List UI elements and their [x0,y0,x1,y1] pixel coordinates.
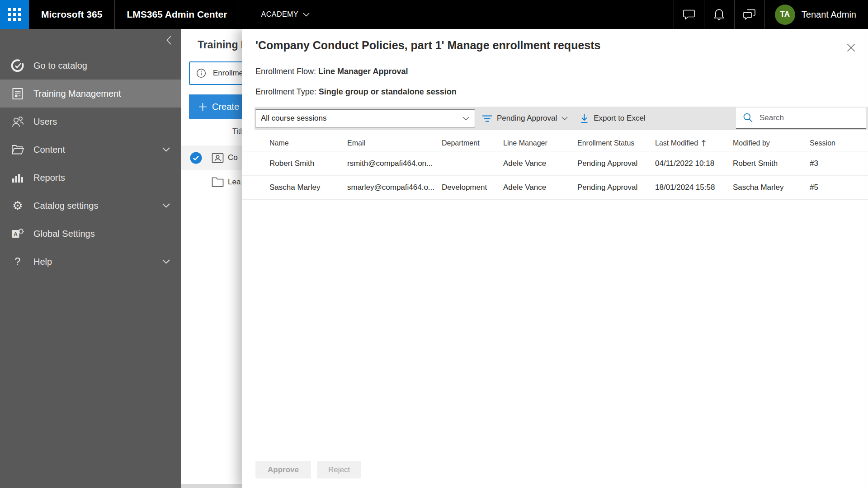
horizontal-scrollbar[interactable] [181,484,242,488]
tenant-name: ACADEMY [261,10,298,19]
enrollment-type-line: Enrollment Type: Single group or standal… [255,87,457,97]
panel-title: 'Company Conduct Policies, part 1' Manag… [255,39,600,52]
info-banner-text: Enrollme [213,69,243,78]
reject-button[interactable]: Reject [317,461,361,479]
column-header-last-modified[interactable]: Last Modified [655,139,733,147]
toolbar: All course sessions Pending Approval Exp… [255,107,868,130]
sidebar-item-users[interactable]: Users [0,108,181,136]
chevron-down-icon [162,259,170,264]
column-header-line-manager[interactable]: Line Manager [503,139,577,147]
enrollment-request-row[interactable]: Robert Smith rsmith@compafi464.on... Ade… [242,151,868,176]
column-header-name[interactable]: Name [269,139,347,147]
sidebar-item-reports[interactable]: Reports [0,164,181,192]
chevron-down-icon [561,117,568,121]
waffle-icon [8,8,21,21]
gear-icon: ⚙ [11,200,24,211]
chevron-down-icon [462,117,469,121]
notifications-button[interactable] [704,0,734,29]
row-title: Lea [228,178,241,187]
enrollment-flow-label: Enrollment Flow: [255,67,316,76]
sidebar-item-label: Users [33,117,57,127]
enrollment-request-row[interactable]: Sascha Marley smarley@compafi464.o... De… [242,175,868,200]
person-card-icon [212,153,224,163]
sidebar-item-go-to-catalog[interactable]: Go to catalog [0,52,181,80]
sidebar-item-help[interactable]: ? Help [0,248,181,276]
tenant-selector[interactable]: ACADEMY [239,10,323,19]
cell-last-modified: 04/11/2022 10:18 [655,159,733,168]
search-field[interactable] [736,108,866,129]
avatar-initials: TA [780,10,790,19]
bar-chart-icon [11,172,24,183]
column-header-title[interactable]: Titl [232,127,242,136]
checkmark-circle-icon [11,59,24,72]
cell-department: Development [442,183,503,192]
table-header-row: Name Email Department Line Manager Enrol… [242,136,868,151]
export-to-excel-label: Export to Excel [594,114,645,123]
sidebar-item-label: Go to catalog [33,61,87,71]
download-icon [580,113,589,123]
topbar-divider [764,0,765,29]
cell-modified-by: Robert Smith [733,159,810,168]
row-title: Co [228,153,238,162]
cell-email: rsmith@compafi464.on... [347,159,442,168]
sidebar-item-label: Training Management [33,89,121,99]
column-header-modified-by[interactable]: Modified by [733,139,810,147]
export-to-excel-button[interactable]: Export to Excel [580,113,645,123]
language-settings-icon: A [11,228,24,240]
training-list-icon [11,88,24,100]
cell-name: Robert Smith [269,159,347,168]
filter-icon [482,115,492,122]
sidebar-collapse-button[interactable] [0,29,181,52]
sidebar-item-label: Help [33,257,52,267]
sidebar-item-catalog-settings[interactable]: ⚙ Catalog settings [0,192,181,220]
question-mark-icon: ? [11,256,24,267]
scrollbar-track-line[interactable] [865,29,865,488]
bell-icon [713,9,725,21]
sidebar: Go to catalog Training Management Users … [0,29,181,488]
cell-last-modified: 18/01/2024 15:58 [655,183,733,192]
course-sessions-dropdown[interactable]: All course sessions [255,109,475,127]
sort-ascending-icon [701,140,706,147]
chat-icon [683,9,695,21]
search-input[interactable] [759,113,851,123]
search-icon [743,113,753,123]
chat-button[interactable] [674,0,704,29]
approve-button[interactable]: Approve [255,461,311,479]
feedback-button[interactable] [735,0,764,29]
plus-icon [198,103,207,111]
chevron-down-icon [162,147,170,152]
status-filter-dropdown[interactable]: Pending Approval [482,114,568,123]
course-sessions-value: All course sessions [261,114,327,123]
sidebar-item-label: Catalog settings [33,201,98,211]
status-filter-value: Pending Approval [497,114,557,123]
sidebar-item-label: Global Settings [33,229,95,239]
brand-microsoft-365[interactable]: Microsoft 365 [29,9,114,20]
top-bar: Microsoft 365 LMS365 Admin Center ACADEM… [0,0,868,29]
folder-icon [212,177,224,187]
user-name: Tenant Admin [802,9,868,20]
close-button[interactable] [845,42,857,53]
cell-session: #5 [810,183,868,192]
cell-line-manager: Adele Vance [503,183,577,192]
sidebar-item-training-management[interactable]: Training Management [0,80,181,108]
cell-enrollment-status: Pending Approval [577,159,655,168]
column-header-email[interactable]: Email [347,139,442,147]
avatar[interactable]: TA [775,5,795,25]
close-icon [846,43,856,52]
column-header-enrollment-status[interactable]: Enrollment Status [577,139,655,147]
sidebar-item-content[interactable]: Content [0,136,181,164]
manage-enrollment-requests-panel: 'Company Conduct Policies, part 1' Manag… [242,29,868,488]
column-header-session[interactable]: Session [810,139,868,147]
action-buttons: Approve Reject [255,461,361,479]
cell-line-manager: Adele Vance [503,159,577,168]
sidebar-item-global-settings[interactable]: A Global Settings [0,220,181,248]
cell-modified-by: Sascha Marley [733,183,810,192]
feedback-icon [743,9,756,20]
cell-name: Sascha Marley [269,183,347,192]
app-title[interactable]: LMS365 Admin Center [115,9,239,20]
cell-enrollment-status: Pending Approval [577,183,655,192]
column-header-department[interactable]: Department [442,139,503,147]
app-launcher-button[interactable] [0,0,29,29]
selected-checkbox[interactable] [190,152,202,164]
sidebar-item-label: Content [33,145,65,155]
